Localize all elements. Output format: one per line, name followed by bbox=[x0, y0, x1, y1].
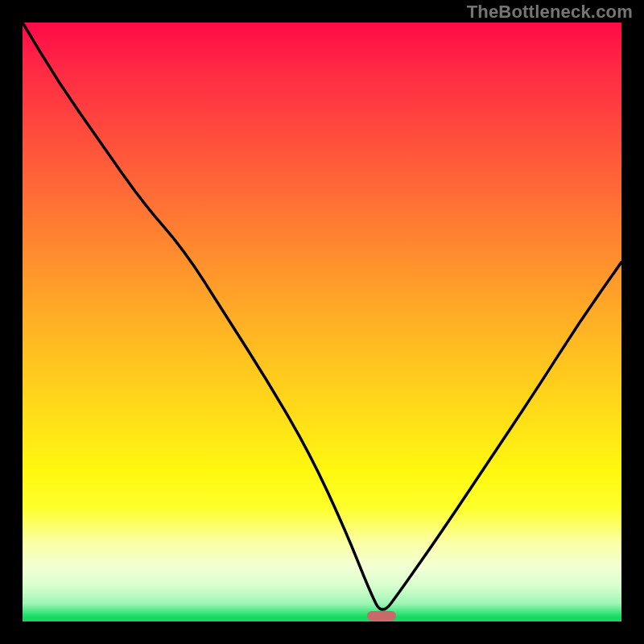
plot-area bbox=[23, 23, 621, 621]
watermark-text: TheBottleneck.com bbox=[467, 2, 633, 23]
bottleneck-curve bbox=[23, 23, 621, 621]
chart-frame: TheBottleneck.com bbox=[0, 0, 644, 644]
optimal-point-marker bbox=[367, 611, 396, 621]
